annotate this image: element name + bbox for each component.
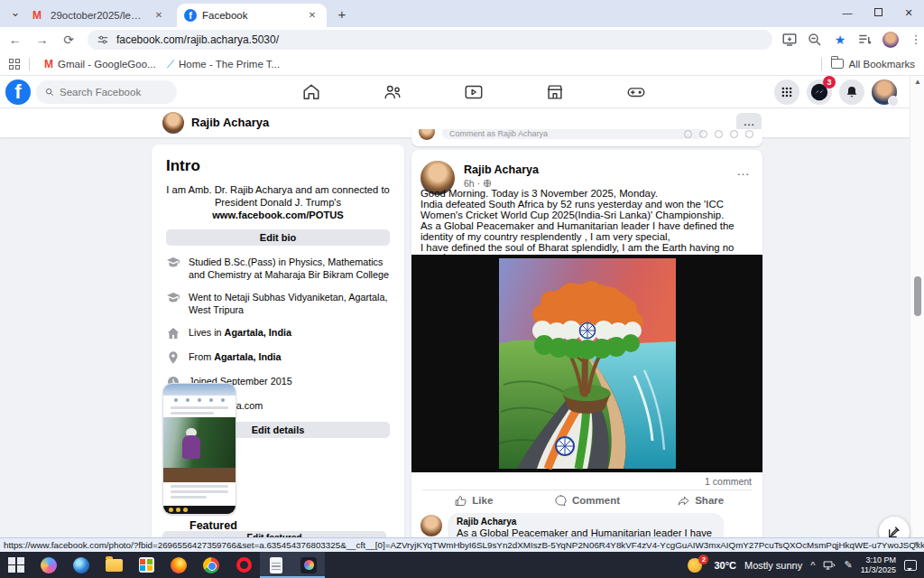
- post-image-illustration: [499, 257, 676, 470]
- bookmark-gmail[interactable]: M Gmail - GoogleGoo...: [39, 55, 162, 73]
- thumbnail-sky: [163, 384, 236, 396]
- post-author-name[interactable]: Rajib Acharya: [464, 163, 539, 176]
- opera-button[interactable]: [227, 552, 260, 578]
- tab-facebook[interactable]: f Facebook ✕: [177, 4, 327, 27]
- scroll-down-icon[interactable]: ▼: [910, 540, 923, 548]
- reading-list-icon[interactable]: [857, 32, 873, 48]
- tab-close-icon[interactable]: ✕: [152, 8, 166, 23]
- post-card: Rajib Acharya 6h· … Good Morning. Today …: [411, 150, 762, 547]
- composer-avatar: [419, 129, 435, 140]
- avatar-sticker-icon[interactable]: [745, 130, 753, 138]
- like-button[interactable]: Like: [417, 491, 531, 509]
- browser-menu-icon[interactable]: ⋮: [908, 32, 924, 48]
- media-player-button[interactable]: [292, 552, 325, 578]
- store-button[interactable]: [130, 552, 162, 578]
- status-url: https://www.facebook.com/photo/?fbid=269…: [0, 538, 924, 552]
- all-bookmarks[interactable]: All Bookmarks: [812, 58, 916, 70]
- facebook-search[interactable]: [36, 80, 177, 104]
- account-avatar[interactable]: [872, 79, 897, 105]
- weather-desc[interactable]: Mostly sunny: [744, 560, 802, 571]
- network-icon[interactable]: [823, 560, 836, 571]
- intro-detail-school: Went to Netaji Subhas Vidyaniketan, Agar…: [166, 291, 390, 316]
- tray-clock[interactable]: 3:10 PM 11/3/2025: [861, 555, 896, 574]
- address-bar[interactable]: facebook.com/rajib.acharya.5030/: [88, 30, 772, 50]
- intro-detail-education: Studied B.Sc.(Pass) in Physics, Mathemat…: [166, 256, 390, 281]
- comment-button[interactable]: Comment: [531, 491, 644, 509]
- weather-temp[interactable]: 30°C: [714, 560, 736, 571]
- comment-author-name[interactable]: Rajib Acharya: [457, 517, 715, 527]
- window-maximize-button[interactable]: [863, 0, 893, 25]
- thumbnail-photo: [163, 417, 236, 482]
- feather-icon: ⟋: [167, 58, 174, 70]
- post-image[interactable]: [411, 255, 762, 472]
- edge-button[interactable]: [65, 552, 97, 578]
- browser-profile-avatar[interactable]: [882, 32, 899, 48]
- nav-friends[interactable]: [361, 78, 424, 107]
- location-pin-icon: [166, 350, 180, 365]
- file-explorer-button[interactable]: [97, 552, 130, 578]
- notification-center-icon[interactable]: [904, 560, 917, 571]
- zoom-out-icon[interactable]: [807, 32, 823, 48]
- weather-badge: 2: [698, 555, 708, 564]
- nav-marketplace[interactable]: [523, 78, 587, 107]
- scroll-up-icon[interactable]: ▲: [910, 78, 924, 86]
- tab-close-icon[interactable]: ✕: [305, 8, 319, 23]
- comment-composer[interactable]: Comment as Rajib Acharya: [411, 129, 762, 146]
- profile-name[interactable]: Rajib Acharya: [191, 116, 269, 129]
- bookmark-star-icon[interactable]: ★: [832, 32, 848, 48]
- search-input[interactable]: [60, 87, 168, 98]
- tab-search-chevron-icon[interactable]: ⌄: [5, 5, 25, 23]
- window-minimize-button[interactable]: —: [832, 0, 863, 25]
- scrollbar-thumb[interactable]: [914, 276, 921, 316]
- window-close-button[interactable]: ✕: [893, 0, 924, 25]
- chrome-button[interactable]: [195, 552, 227, 578]
- new-tab-button[interactable]: +: [334, 6, 350, 23]
- firefox-button[interactable]: [162, 552, 195, 578]
- start-button[interactable]: [0, 552, 32, 578]
- link-status-bar: https://www.facebook.com/photo/?fbid=269…: [0, 537, 924, 552]
- notifications-button[interactable]: [839, 79, 864, 105]
- forward-button[interactable]: →: [31, 30, 54, 50]
- education-icon: [166, 256, 180, 270]
- share-button[interactable]: Share: [643, 491, 757, 509]
- apps-grid-icon[interactable]: [9, 59, 20, 70]
- browser-tab-strip: ⌄ M 29october2025/leonidasvs Xen ✕ f Fac…: [0, 0, 924, 27]
- menu-grid-button[interactable]: [774, 79, 799, 105]
- search-icon: [45, 87, 54, 98]
- bookmark-home-prime[interactable]: ⟋ Home - The Prime T...: [162, 55, 285, 73]
- tab-gmail[interactable]: M 29october2025/leonidasvs Xen ✕: [25, 4, 173, 27]
- intro-title: Intro: [166, 157, 390, 175]
- back-button[interactable]: ←: [4, 30, 27, 50]
- emoji-icon[interactable]: [684, 130, 692, 138]
- page-scrollbar[interactable]: ▲: [910, 76, 924, 552]
- send-to-device-icon[interactable]: [781, 32, 798, 48]
- comment-author-avatar[interactable]: [420, 515, 442, 536]
- facebook-favicon-icon: f: [184, 9, 197, 22]
- tray-date: 11/3/2025: [861, 565, 896, 575]
- reload-button[interactable]: ⟳: [57, 30, 80, 50]
- camera-icon[interactable]: [699, 130, 707, 138]
- pen-icon[interactable]: ✎: [844, 559, 852, 571]
- comment-count[interactable]: 1 comment: [705, 476, 752, 487]
- messenger-button[interactable]: 3: [807, 79, 832, 105]
- nav-gaming[interactable]: [605, 78, 668, 107]
- intro-bio: I am Amb. Dr. Rajib Acharya and am conne…: [166, 183, 390, 221]
- facebook-logo[interactable]: f: [5, 79, 31, 105]
- post-more-button[interactable]: …: [736, 163, 750, 178]
- featured-thumbnail[interactable]: [162, 383, 236, 515]
- address-url[interactable]: facebook.com/rajib.acharya.5030/: [116, 33, 279, 46]
- composer-input[interactable]: Comment as Rajib Acharya: [442, 129, 704, 139]
- nav-home[interactable]: [280, 78, 343, 107]
- gif-icon[interactable]: [715, 130, 723, 138]
- weather-icon[interactable]: 2: [688, 556, 706, 574]
- tray-chevron-icon[interactable]: ^: [810, 560, 815, 571]
- copilot-button[interactable]: [32, 552, 65, 578]
- nav-watch[interactable]: [442, 78, 505, 107]
- notepad-button[interactable]: [260, 552, 292, 578]
- browser-toolbar: ← → ⟳ facebook.com/rajib.acharya.5030/ ★…: [0, 27, 924, 52]
- bio-link[interactable]: www.facebook.com/POTUS: [212, 210, 344, 220]
- edit-bio-button[interactable]: Edit bio: [166, 229, 390, 246]
- site-settings-icon[interactable]: [97, 33, 109, 46]
- profile-avatar-small[interactable]: [162, 112, 184, 134]
- sticker-icon[interactable]: [730, 130, 738, 138]
